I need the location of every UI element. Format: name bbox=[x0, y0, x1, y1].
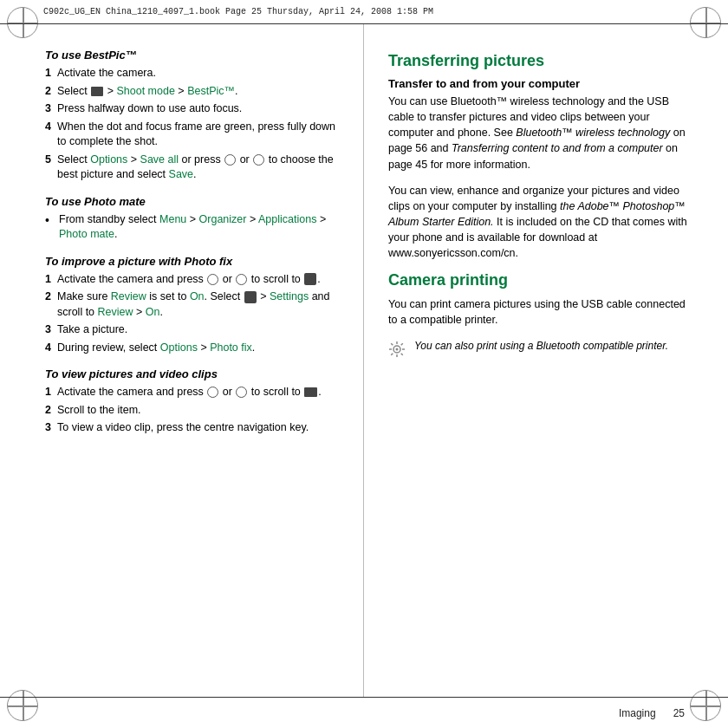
shoot-mode-link[interactable]: Shoot mode bbox=[116, 85, 174, 97]
on-link2[interactable]: On bbox=[146, 306, 160, 318]
photomate-bullets: • From standby select Menu > Organizer >… bbox=[45, 212, 339, 243]
tip-box: You can also print using a Bluetooth com… bbox=[388, 339, 690, 361]
scroll-down-icon2 bbox=[236, 274, 247, 285]
step-text: During review, select Options > Photo fi… bbox=[57, 341, 339, 356]
photomate-section: To use Photo mate • From standby select … bbox=[45, 195, 339, 243]
step-num: 2 bbox=[45, 84, 57, 100]
step-num: 2 bbox=[45, 403, 57, 419]
svg-line-5 bbox=[391, 343, 393, 345]
scroll-up-icon2 bbox=[207, 274, 218, 285]
section-label: Imaging bbox=[619, 707, 656, 719]
step-num: 3 bbox=[45, 322, 57, 338]
scroll-up-icon bbox=[224, 154, 236, 166]
on-link[interactable]: On bbox=[190, 290, 205, 302]
svg-line-6 bbox=[401, 353, 403, 354]
transferring-para2: You can view, enhance and organize your … bbox=[388, 183, 690, 262]
top-bar-text: C902c_UG_EN China_1210_4097_1.book Page … bbox=[43, 7, 433, 16]
options-link[interactable]: Options bbox=[90, 153, 127, 166]
step-num: 1 bbox=[45, 385, 57, 400]
top-bar: C902c_UG_EN China_1210_4097_1.book Page … bbox=[0, 0, 728, 24]
photofix-heading: To improve a picture with Photo fix bbox=[45, 255, 339, 268]
step-num: 4 bbox=[45, 341, 57, 356]
step-num: 3 bbox=[45, 420, 57, 436]
left-column: To use BestPic™ 1 Activate the camera. 2… bbox=[0, 24, 364, 697]
photo-fix-link[interactable]: Photo fix bbox=[210, 341, 252, 354]
sun-tip-icon bbox=[388, 341, 406, 358]
videoclips-heading: To view pictures and video clips bbox=[45, 367, 339, 380]
videoclips-step-2: 2 Scroll to the item. bbox=[45, 403, 339, 419]
printing-para: You can print camera pictures using the … bbox=[388, 296, 690, 328]
bestpic-step-4: 4 When the dot and focus frame are green… bbox=[45, 120, 339, 150]
save-all-link[interactable]: Save all bbox=[140, 153, 179, 166]
transferring-section: Transferring pictures Transfer to and fr… bbox=[388, 52, 690, 261]
bestpic-link[interactable]: BestPic™ bbox=[187, 85, 235, 97]
videoclips-steps: 1 Activate the camera and press or to sc… bbox=[45, 385, 339, 436]
step-text: Take a picture. bbox=[57, 322, 339, 338]
step-text: To view a video clip, press the centre n… bbox=[57, 420, 339, 436]
step-text: Select Options > Save all or press or to… bbox=[57, 153, 339, 183]
svg-point-9 bbox=[396, 348, 399, 350]
bestpic-heading: To use BestPic™ bbox=[45, 49, 339, 62]
transferring-title: Transferring pictures bbox=[388, 52, 690, 70]
videoclips-section: To view pictures and video clips 1 Activ… bbox=[45, 367, 339, 436]
page-number: 25 bbox=[673, 707, 685, 719]
scroll-up-icon3 bbox=[207, 387, 218, 398]
videoclips-step-3: 3 To view a video clip, press the centre… bbox=[45, 420, 339, 436]
photofix-step-2: 2 Make sure Review is set to On. Select … bbox=[45, 289, 339, 320]
photomate-bullet-1: • From standby select Menu > Organizer >… bbox=[45, 212, 339, 243]
printing-title: Camera printing bbox=[388, 271, 690, 289]
bestpic-step-5: 5 Select Options > Save all or press or … bbox=[45, 153, 339, 183]
step-text: Activate the camera and press or to scro… bbox=[57, 272, 339, 288]
applications-link[interactable]: Applications bbox=[258, 213, 316, 225]
svg-line-8 bbox=[391, 353, 393, 354]
step-text: Make sure Review is set to On. Select > … bbox=[57, 289, 339, 320]
bestpic-steps: 1 Activate the camera. 2 Select > Shoot … bbox=[45, 66, 339, 183]
organizer-link[interactable]: Organizer bbox=[199, 213, 247, 225]
printing-section: Camera printing You can print camera pic… bbox=[388, 271, 690, 360]
review-link2[interactable]: Review bbox=[98, 306, 133, 318]
save-link[interactable]: Save bbox=[169, 168, 194, 180]
photomate-heading: To use Photo mate bbox=[45, 195, 339, 208]
settings-link[interactable]: Settings bbox=[270, 290, 309, 302]
photofix-step-4: 4 During review, select Options > Photo … bbox=[45, 341, 339, 356]
options-link2[interactable]: Options bbox=[160, 341, 198, 354]
bestpic-step-3: 3 Press halfway down to use auto focus. bbox=[45, 101, 339, 117]
transferring-subtitle: Transfer to and from your computer bbox=[388, 77, 690, 90]
videoclips-step-1: 1 Activate the camera and press or to sc… bbox=[45, 385, 339, 400]
step-num: 3 bbox=[45, 101, 57, 117]
scroll-down-icon bbox=[253, 154, 264, 166]
content-area: To use BestPic™ 1 Activate the camera. 2… bbox=[0, 24, 728, 697]
photofix-section: To improve a picture with Photo fix 1 Ac… bbox=[45, 255, 339, 356]
page-info: Imaging 25 bbox=[619, 707, 685, 719]
photofix-steps: 1 Activate the camera and press or to sc… bbox=[45, 272, 339, 356]
step-num: 1 bbox=[45, 272, 57, 288]
review-link[interactable]: Review bbox=[111, 290, 146, 302]
bestpic-step-2: 2 Select > Shoot mode > BestPic™. bbox=[45, 84, 339, 100]
bottom-bar: Imaging 25 bbox=[0, 697, 728, 728]
step-num: 2 bbox=[45, 289, 57, 320]
step-text: Activate the camera and press or to scro… bbox=[57, 385, 339, 400]
settings-icon2 bbox=[244, 291, 257, 303]
bestpic-step-1: 1 Activate the camera. bbox=[45, 66, 339, 81]
bestpic-section: To use BestPic™ 1 Activate the camera. 2… bbox=[45, 49, 339, 183]
bullet-char: • bbox=[45, 212, 59, 243]
transferring-para1: You can use Bluetooth™ wireless technolo… bbox=[388, 94, 690, 172]
step-num: 1 bbox=[45, 66, 57, 81]
photo-mate-link[interactable]: Photo mate bbox=[59, 228, 114, 240]
tip-content: You can also print using a Bluetooth com… bbox=[414, 340, 668, 352]
step-text: Select > Shoot mode > BestPic™. bbox=[57, 84, 339, 100]
menu-link[interactable]: Menu bbox=[159, 213, 186, 225]
step-text: Press halfway down to use auto focus. bbox=[57, 101, 339, 117]
step-text: Scroll to the item. bbox=[57, 403, 339, 419]
video-icon bbox=[304, 387, 317, 397]
svg-line-7 bbox=[401, 343, 403, 345]
step-num: 4 bbox=[45, 120, 57, 150]
photofix-step-3: 3 Take a picture. bbox=[45, 322, 339, 338]
step-text: When the dot and focus frame are green, … bbox=[57, 120, 339, 150]
right-column: Transferring pictures Transfer to and fr… bbox=[364, 24, 728, 697]
step-text: Activate the camera. bbox=[57, 66, 339, 81]
step-num: 5 bbox=[45, 153, 57, 183]
settings-icon bbox=[304, 273, 316, 285]
photofix-step-1: 1 Activate the camera and press or to sc… bbox=[45, 272, 339, 288]
bullet-text: From standby select Menu > Organizer > A… bbox=[59, 212, 339, 243]
